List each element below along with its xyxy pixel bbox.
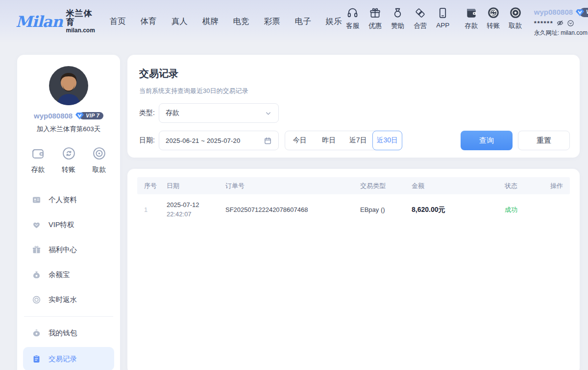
col-action: 操作	[541, 182, 563, 190]
withdraw-quick-button[interactable]: 取款	[92, 146, 107, 174]
col-amount: 金额	[412, 182, 505, 190]
deposit-quick-button[interactable]: 存款	[30, 146, 46, 174]
profile-avatar[interactable]	[49, 66, 88, 105]
chevron-down-icon	[265, 110, 272, 117]
sponsor-button[interactable]: 赞助	[387, 6, 409, 30]
logo-title: 米兰体育	[66, 9, 95, 27]
withdraw-button[interactable]: 取款	[505, 6, 526, 30]
withdraw-quick-label: 取款	[93, 165, 106, 174]
wallet-quick-actions: 存款 转账	[17, 146, 120, 174]
table-row: 1 2025-07-12 22:42:07 SF2025071222420786…	[137, 194, 570, 226]
vip-diamond-icon	[575, 8, 585, 17]
row-amount: 8,620.00元	[412, 206, 505, 214]
nav-sports[interactable]: 体育	[141, 16, 157, 27]
service-button[interactable]: 客服	[342, 6, 364, 30]
phone-icon	[437, 6, 449, 19]
sidebar-item-label: 实时返水	[49, 295, 77, 304]
sidebar-item-label: 个人资料	[49, 195, 77, 205]
wallet-icon	[465, 6, 478, 19]
transfer-button[interactable]: 转账	[483, 6, 504, 30]
sidebar-item-transactions[interactable]: 交易记录	[23, 347, 114, 370]
sponsor-label: 赞助	[391, 22, 404, 30]
app-label: APP	[436, 22, 449, 29]
promo-label: 优惠	[368, 22, 382, 30]
profile-username: wyp080808	[34, 112, 73, 120]
row-seq: 1	[144, 206, 167, 213]
sidebar-item-yuebao[interactable]: 余额宝	[17, 262, 120, 287]
search-button[interactable]: 查询	[461, 131, 513, 150]
quick-range-group: 今日 昨日 近7日 近30日	[285, 131, 402, 150]
row-date: 2025-07-12	[167, 201, 225, 210]
app-button[interactable]: APP	[432, 6, 454, 30]
page-title: 交易记录	[139, 67, 570, 80]
sidebar-item-label: VIP特权	[49, 220, 74, 230]
range-7days-button[interactable]: 近7日	[343, 131, 373, 150]
filter-card: 交易记录 当前系统支持查询最近30日的交易记录 类型: 存款 日期: 2025-…	[127, 55, 580, 158]
gift-icon	[369, 6, 381, 19]
sidebar-item-welfare[interactable]: 福利中心	[17, 237, 120, 262]
vip-diamond-icon	[75, 112, 84, 120]
wallet-icon	[30, 146, 46, 161]
permanent-url-value: milan.com	[561, 28, 588, 37]
main-nav: 首页 体育 真人 棋牌 电竞 彩票 电子 娱乐	[110, 16, 342, 27]
service-label: 客服	[346, 22, 359, 30]
nav-entertainment[interactable]: 娱乐	[326, 16, 342, 27]
nav-slots[interactable]: 电子	[295, 16, 311, 27]
eye-off-icon[interactable]	[556, 19, 564, 27]
nav-live[interactable]: 真人	[172, 16, 188, 27]
deposit-button[interactable]: 存款	[461, 6, 482, 30]
transfer-label: 转账	[487, 22, 500, 30]
col-seq: 序号	[144, 182, 167, 190]
nav-chess[interactable]: 棋牌	[202, 16, 219, 27]
gift-icon	[32, 245, 41, 254]
col-order-no: 订单号	[225, 182, 360, 190]
sidebar-item-vip[interactable]: VIP特权	[17, 212, 120, 237]
deposit-label: 存款	[465, 22, 478, 30]
affiliate-button[interactable]: 合营	[410, 6, 431, 30]
table-header: 序号 日期 订单号 交易类型 金额 状态 操作	[137, 177, 570, 194]
sidebar-item-label: 福利中心	[49, 245, 77, 254]
range-yesterday-button[interactable]: 昨日	[315, 131, 344, 150]
coin-icon	[92, 146, 107, 161]
masked-balance: ******	[534, 19, 553, 28]
nav-lottery[interactable]: 彩票	[264, 16, 280, 27]
range-today-button[interactable]: 今日	[285, 131, 315, 150]
transfer-icon	[487, 6, 500, 19]
sidebar-item-profile[interactable]: 个人资料	[17, 187, 120, 212]
type-select[interactable]: 存款	[159, 103, 279, 123]
type-select-value: 存款	[166, 109, 265, 117]
logo-script-text: Milan	[16, 14, 63, 29]
sidebar-item-label: 余额宝	[49, 270, 70, 279]
vip-heart-icon	[32, 220, 41, 230]
main-content: 交易记录 当前系统支持查询最近30日的交易记录 类型: 存款 日期: 2025-…	[127, 55, 580, 370]
username[interactable]: wyp080808	[534, 7, 573, 18]
permanent-url-label: 永久网址:	[534, 28, 559, 37]
rebate-icon	[32, 295, 41, 304]
page-subtitle: 当前系统支持查询最近30日的交易记录	[139, 87, 570, 95]
nav-home[interactable]: 首页	[110, 16, 126, 27]
logo-domain: milan.com	[66, 27, 95, 34]
vip-badge: VIP 7	[75, 112, 103, 120]
row-status-badge: 成功	[505, 206, 541, 214]
type-filter-row: 类型: 存款	[139, 103, 570, 123]
id-card-icon	[32, 195, 41, 205]
transactions-table-card: 序号 日期 订单号 交易类型 金额 状态 操作 1 2025-07-12 22:…	[127, 169, 580, 370]
money-bag-icon	[32, 270, 41, 279]
sidebar-item-rebate[interactable]: 实时返水	[17, 287, 120, 312]
sidebar-item-wallet[interactable]: 我的钱包	[17, 321, 120, 346]
vip-badge: VIP 7	[575, 8, 588, 16]
brand-logo[interactable]: Milan 米兰体育 milan.com	[16, 9, 95, 34]
type-label: 类型:	[139, 109, 159, 117]
join-days-text: 加入米兰体育第603天	[17, 125, 120, 134]
reset-button[interactable]: 重置	[518, 131, 570, 150]
nav-esports[interactable]: 电竞	[233, 16, 249, 27]
transfer-quick-button[interactable]: 转账	[61, 146, 76, 174]
promo-button[interactable]: 优惠	[365, 6, 386, 30]
chevron-circle-icon[interactable]	[567, 20, 574, 27]
sidebar-item-label: 我的钱包	[49, 328, 77, 338]
medal-icon	[392, 6, 404, 19]
headset-icon	[346, 6, 359, 19]
date-range-input[interactable]: 2025-06-21 ~ 2025-07-20	[159, 131, 279, 150]
calendar-icon	[264, 137, 272, 145]
range-30days-button[interactable]: 近30日	[372, 131, 403, 150]
